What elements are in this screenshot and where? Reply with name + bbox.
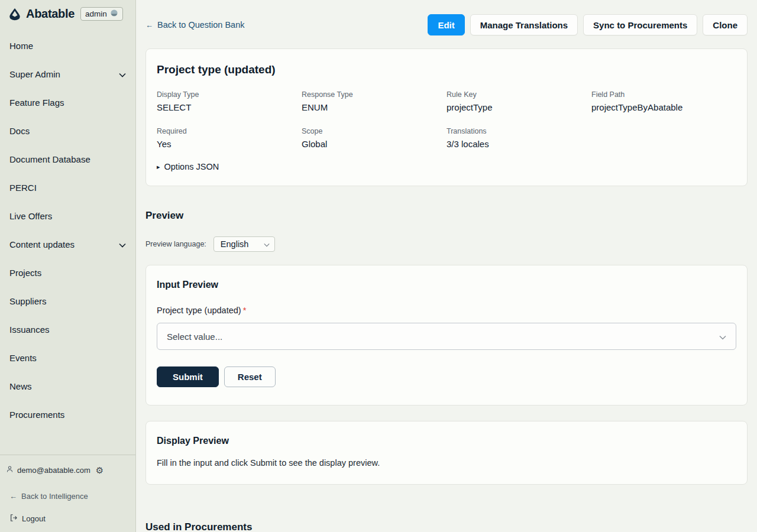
field-translations: Translations 3/3 locales	[447, 127, 591, 149]
question-field-grid: Display Type SELECT Response Type ENUM R…	[157, 90, 736, 149]
field-scope: Scope Global	[302, 127, 447, 149]
sidebar-item-label: Feature Flags	[9, 98, 64, 108]
sidebar-item-docs[interactable]: Docs	[0, 116, 135, 145]
field-value: projectTypeByAbatable	[591, 102, 736, 112]
reset-button[interactable]: Reset	[224, 366, 276, 387]
caret-right-icon: ▸	[157, 164, 160, 170]
clone-button[interactable]: Clone	[703, 14, 748, 35]
brand-row: Abatable admin	[0, 0, 135, 21]
sidebar-item-label: Docs	[9, 126, 30, 136]
submit-button[interactable]: Submit	[157, 366, 219, 387]
sidebar-divider	[0, 455, 135, 455]
used-in-procurements-title: Used in Procurements	[145, 521, 748, 532]
sidebar-item-feature-flags[interactable]: Feature Flags	[0, 88, 135, 116]
field-value: ENUM	[302, 102, 447, 112]
field-rule-key: Rule Key projectType	[447, 90, 591, 112]
field-response-type: Response Type ENUM	[302, 90, 447, 112]
sidebar-item-label: Events	[9, 353, 37, 363]
sidebar-item-label: Issuances	[9, 325, 50, 335]
input-preview-card: Input Preview Project type (updated)* Se…	[145, 265, 748, 406]
sidebar-item-label: Suppliers	[9, 296, 47, 306]
field-value: Yes	[157, 139, 302, 149]
field-field-path: Field Path projectTypeByAbatable	[591, 90, 736, 112]
back-to-intelligence-label: Back to Intelligence	[21, 492, 88, 501]
sync-to-procurements-button[interactable]: Sync to Procurements	[583, 14, 697, 35]
sidebar: Abatable admin Home Super Admin Feature …	[0, 0, 136, 532]
preview-language-select[interactable]: English	[213, 236, 275, 252]
brand-name: Abatable	[26, 7, 75, 21]
manage-translations-button[interactable]: Manage Translations	[470, 14, 578, 35]
field-value: 3/3 locales	[447, 139, 591, 149]
header-actions: Edit Manage Translations Sync to Procure…	[428, 14, 748, 35]
sidebar-item-perci[interactable]: PERCI	[0, 173, 135, 202]
logout-label: Logout	[22, 514, 46, 523]
back-arrow-icon: ←	[9, 492, 17, 500]
topbar: ← Back to Question Bank Edit Manage Tran…	[145, 14, 748, 35]
sidebar-item-label: PERCI	[9, 183, 37, 193]
sidebar-item-issuances[interactable]: Issuances	[0, 315, 135, 343]
sidebar-item-news[interactable]: News	[0, 372, 135, 400]
field-label: Scope	[302, 127, 447, 135]
preview-field-label: Project type (updated)*	[157, 306, 736, 315]
value-select-placeholder: Select value...	[167, 332, 222, 342]
chevron-down-icon	[264, 239, 270, 249]
field-label: Display Type	[157, 90, 302, 99]
user-email: demo@abatable.com	[17, 466, 90, 475]
admin-badge-icon	[110, 9, 118, 19]
back-to-question-bank-label: Back to Question Bank	[157, 20, 245, 30]
field-value: projectType	[447, 102, 591, 112]
field-value: Global	[302, 139, 447, 149]
input-preview-title: Input Preview	[157, 280, 736, 290]
sidebar-bottom: demo@abatable.com ⚙ ← Back to Intelligen…	[0, 455, 135, 532]
preview-field-label-text: Project type (updated)	[157, 306, 241, 315]
chevron-down-icon	[119, 239, 126, 249]
gear-icon[interactable]: ⚙	[96, 466, 103, 475]
logout-icon	[9, 514, 18, 524]
options-json-label: Options JSON	[164, 162, 219, 171]
sidebar-item-home[interactable]: Home	[0, 31, 135, 60]
sidebar-item-content-updates[interactable]: Content updates	[0, 230, 135, 258]
chevron-down-icon	[119, 69, 126, 79]
sidebar-item-super-admin[interactable]: Super Admin	[0, 60, 135, 88]
preview-language-row: Preview language: English	[145, 236, 748, 252]
field-label: Translations	[447, 127, 591, 135]
preview-language-value: English	[221, 239, 249, 249]
display-preview-title: Display Preview	[157, 436, 736, 446]
preview-section-title: Preview	[145, 210, 748, 222]
back-to-question-bank-link[interactable]: ← Back to Question Bank	[145, 20, 245, 30]
sidebar-item-label: Procurements	[9, 410, 64, 420]
sidebar-item-label: News	[9, 381, 32, 391]
value-select-input[interactable]: Select value...	[157, 323, 736, 350]
field-label: Required	[157, 127, 302, 135]
sidebar-item-label: Projects	[9, 268, 41, 278]
field-label: Rule Key	[447, 90, 591, 99]
preview-buttons: Submit Reset	[157, 366, 736, 387]
sidebar-item-label: Document Database	[9, 154, 90, 164]
sidebar-item-projects[interactable]: Projects	[0, 258, 135, 287]
preview-language-label: Preview language:	[145, 240, 206, 248]
sidebar-item-suppliers[interactable]: Suppliers	[0, 287, 135, 315]
sidebar-nav: Home Super Admin Feature Flags Docs Docu…	[0, 31, 135, 429]
sidebar-item-label: Live Offers	[9, 211, 52, 221]
sidebar-item-events[interactable]: Events	[0, 343, 135, 372]
field-display-type: Display Type SELECT	[157, 90, 302, 112]
sidebar-item-procurements[interactable]: Procurements	[0, 400, 135, 429]
field-label: Field Path	[591, 90, 736, 99]
admin-badge-label: admin	[85, 9, 107, 18]
chevron-down-icon	[719, 332, 726, 342]
admin-badge: admin	[80, 7, 123, 21]
field-label: Response Type	[302, 90, 447, 99]
sidebar-item-label: Content updates	[9, 239, 75, 249]
sidebar-item-label: Super Admin	[9, 69, 60, 79]
sidebar-item-document-database[interactable]: Document Database	[0, 145, 135, 173]
back-arrow-icon: ←	[145, 21, 153, 29]
logout-button[interactable]: Logout	[0, 514, 135, 524]
field-required: Required Yes	[157, 127, 302, 149]
options-json-toggle[interactable]: ▸ Options JSON	[157, 162, 736, 171]
abatable-logo-icon	[8, 8, 21, 21]
edit-button[interactable]: Edit	[428, 14, 464, 35]
sidebar-item-live-offers[interactable]: Live Offers	[0, 202, 135, 230]
back-to-intelligence-link[interactable]: ← Back to Intelligence	[0, 492, 135, 501]
app-root: Abatable admin Home Super Admin Feature …	[0, 0, 757, 532]
required-asterisk: *	[243, 306, 247, 315]
